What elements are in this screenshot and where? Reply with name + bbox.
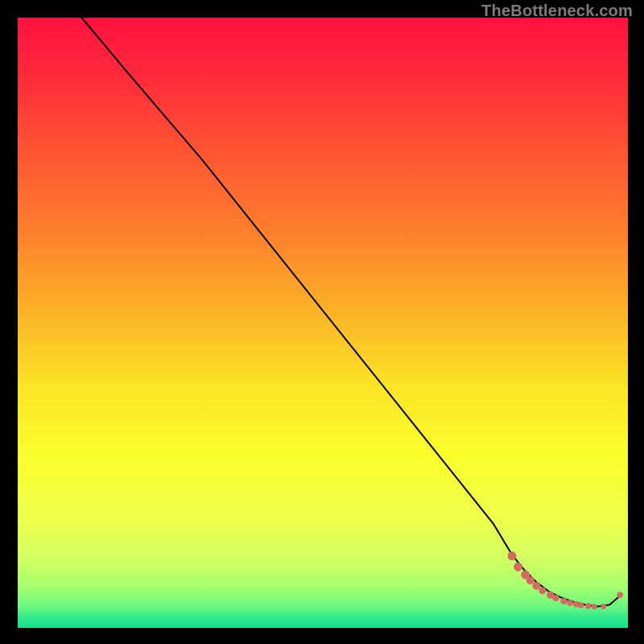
chart-marker <box>601 604 606 609</box>
chart-marker <box>514 563 522 572</box>
chart-svg <box>0 0 644 644</box>
plot-background <box>18 18 628 628</box>
chart-stage: TheBottleneck.com <box>0 0 644 644</box>
chart-marker <box>526 576 535 584</box>
chart-marker <box>560 597 567 604</box>
chart-marker <box>617 592 623 598</box>
chart-marker <box>578 602 584 608</box>
chart-marker <box>539 587 546 594</box>
chart-marker <box>567 600 573 606</box>
chart-marker <box>532 582 540 590</box>
watermark-text: TheBottleneck.com <box>481 2 633 20</box>
chart-marker <box>552 595 559 601</box>
chart-marker <box>592 604 597 609</box>
chart-marker <box>585 603 591 609</box>
chart-marker <box>507 551 516 560</box>
